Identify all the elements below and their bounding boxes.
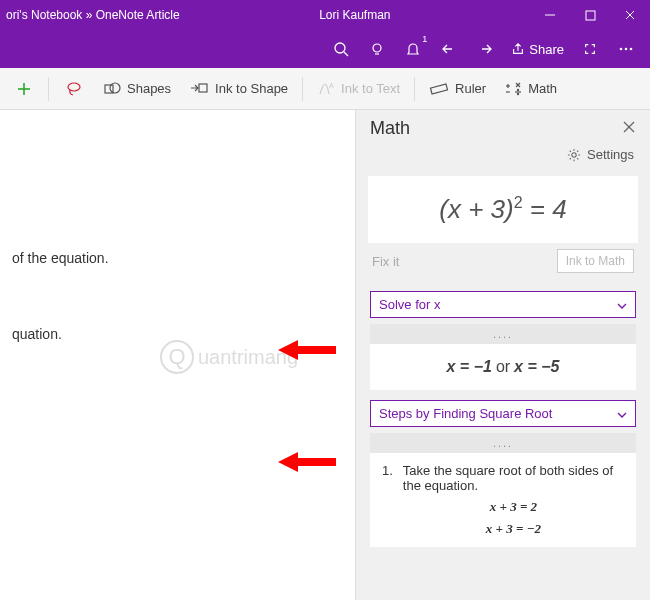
redo-icon[interactable]	[467, 30, 503, 68]
math-pane-title: Math	[370, 118, 622, 139]
svg-marker-28	[278, 452, 336, 472]
breadcrumb[interactable]: ori's Notebook » OneNote Article	[0, 8, 180, 22]
ink-to-shape-button[interactable]: Ink to Shape	[181, 71, 296, 107]
math-settings-button[interactable]: Settings	[356, 143, 650, 170]
notification-badge: 1	[422, 34, 427, 44]
close-pane-button[interactable]	[622, 120, 636, 138]
svg-point-13	[68, 83, 80, 91]
close-button[interactable]	[610, 0, 650, 30]
ribbon-toolbar: Shapes Ink to Shape A Ink to Text Ruler …	[0, 68, 650, 110]
note-canvas[interactable]: of the equation. quation. Quantrimang	[0, 110, 355, 600]
ruler-button[interactable]: Ruler	[421, 71, 494, 107]
step-equation: x + 3 = −2	[403, 521, 624, 537]
svg-point-26	[518, 93, 519, 94]
ink-to-text-label: Ink to Text	[341, 81, 400, 96]
shapes-button[interactable]: Shapes	[95, 71, 179, 107]
svg-rect-1	[586, 11, 595, 20]
svg-rect-18	[431, 84, 448, 94]
add-page-button[interactable]	[6, 71, 42, 107]
svg-rect-16	[199, 84, 207, 92]
svg-point-6	[373, 44, 381, 52]
share-label: Share	[529, 42, 564, 57]
lightbulb-icon[interactable]	[359, 30, 395, 68]
command-bar: 1 Share	[0, 30, 650, 68]
share-button[interactable]: Share	[503, 30, 572, 68]
annotation-arrow	[278, 338, 338, 362]
svg-point-10	[630, 48, 633, 51]
chevron-down-icon	[617, 406, 627, 421]
separator	[302, 77, 303, 101]
fix-it-button[interactable]: Fix it	[372, 254, 557, 269]
ink-to-shape-icon	[189, 80, 209, 98]
notifications-icon[interactable]: 1	[395, 30, 431, 68]
svg-line-5	[344, 52, 348, 56]
solution-display: x = −1orx = −5	[370, 344, 636, 390]
solve-action-dropdown[interactable]: Solve for x	[370, 291, 636, 318]
solution-steps: 1. Take the square root of both sides of…	[370, 453, 636, 547]
step-description: Take the square root of both sides of th…	[403, 463, 624, 493]
svg-point-25	[518, 89, 519, 90]
search-icon[interactable]	[323, 30, 359, 68]
separator	[414, 77, 415, 101]
svg-point-8	[620, 48, 623, 51]
lasso-select-button[interactable]	[55, 71, 93, 107]
svg-text:A: A	[329, 82, 334, 89]
ink-to-text-icon: A	[317, 80, 335, 98]
separator	[48, 77, 49, 101]
svg-marker-27	[278, 340, 336, 360]
math-button[interactable]: Math	[496, 71, 565, 107]
math-label: Math	[528, 81, 557, 96]
title-bar: ori's Notebook » OneNote Article Lori Ka…	[0, 0, 650, 30]
dropdown-label: Solve for x	[379, 297, 617, 312]
undo-icon[interactable]	[431, 30, 467, 68]
minimize-button[interactable]	[530, 0, 570, 30]
svg-point-9	[625, 48, 628, 51]
expand-dots[interactable]: ....	[370, 433, 636, 453]
ink-to-text-button: A Ink to Text	[309, 71, 408, 107]
equation-display: (x + 3)2 = 4	[368, 176, 638, 243]
chevron-down-icon	[617, 297, 627, 312]
expand-dots[interactable]: ....	[370, 324, 636, 344]
dropdown-label: Steps by Finding Square Root	[379, 406, 617, 421]
math-pane: Math Settings (x + 3)2 = 4 Fix it Ink to…	[355, 110, 650, 600]
ink-to-math-button[interactable]: Ink to Math	[557, 249, 634, 273]
svg-point-15	[110, 83, 120, 93]
annotation-arrow	[278, 450, 338, 474]
settings-label: Settings	[587, 147, 634, 162]
svg-point-31	[572, 152, 576, 156]
shapes-label: Shapes	[127, 81, 171, 96]
ruler-icon	[429, 80, 449, 98]
canvas-text: of the equation.	[12, 250, 343, 266]
more-icon[interactable]	[608, 30, 644, 68]
step-number: 1.	[382, 463, 393, 537]
shapes-icon	[103, 80, 121, 98]
svg-point-4	[335, 43, 345, 53]
step-equation: x + 3 = 2	[403, 499, 624, 515]
fullscreen-icon[interactable]	[572, 30, 608, 68]
gear-icon	[567, 148, 581, 162]
user-name[interactable]: Lori Kaufman	[180, 8, 530, 22]
ink-to-shape-label: Ink to Shape	[215, 81, 288, 96]
math-icon	[504, 80, 522, 98]
steps-method-dropdown[interactable]: Steps by Finding Square Root	[370, 400, 636, 427]
maximize-button[interactable]	[570, 0, 610, 30]
ruler-label: Ruler	[455, 81, 486, 96]
